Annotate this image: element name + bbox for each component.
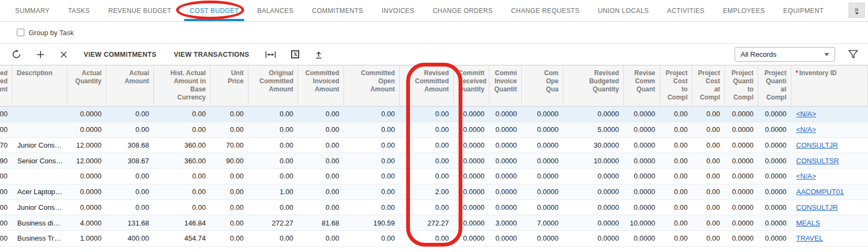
cell-revised-committed-quantity[interactable]: 0.0000 xyxy=(624,169,660,184)
cell-revised-committed-quantity[interactable]: 0.0000 xyxy=(624,200,660,215)
cell-revised-budgeted-quantity[interactable]: 0.0000 xyxy=(563,231,624,246)
cell-committed-invoiced-amount[interactable]: 0.00 xyxy=(298,122,344,137)
table-row[interactable]: 000.00000.000.000.000.000.000.000.000.00… xyxy=(0,169,868,184)
cell-revised-committed-amount[interactable]: 0.00 xyxy=(400,153,454,168)
cell-committed-received-quantity[interactable]: 0.0000 xyxy=(454,231,489,246)
tab-change-orders[interactable]: CHANGE ORDERS xyxy=(433,0,493,21)
cell-revised-budgeted-quantity[interactable]: 0.0000 xyxy=(563,169,624,184)
cell-unit-price[interactable]: 0.00 xyxy=(211,200,248,215)
cell-description[interactable]: Business di… xyxy=(12,215,68,230)
column-header-inventory-id[interactable]: *Inventory ID xyxy=(791,65,868,106)
cell-description[interactable] xyxy=(12,169,68,184)
cell-hist-actual-amount-in-base-currency[interactable]: 360.00 xyxy=(154,153,211,168)
cell-original-committed-amount[interactable]: 0.00 xyxy=(248,107,298,122)
cell-actual-quantity[interactable]: 0.0000 xyxy=(68,107,106,122)
cell-committed-invoiced-quantity[interactable]: 0.0000 xyxy=(489,200,522,215)
tab-activities[interactable]: ACTIVITIES xyxy=(667,0,704,21)
column-header-hist-actual-amount-in-base-currency[interactable]: Hist. Actual Amount in Base Currency xyxy=(154,65,211,106)
cell-hist-actual-amount-in-base-currency[interactable]: 360.00 xyxy=(154,138,211,153)
column-header-original-committed-amount[interactable]: Original Committed Amount xyxy=(248,65,298,106)
inventory-id-link[interactable]: CONSULTJR xyxy=(796,203,838,211)
records-filter-dropdown[interactable]: All Records xyxy=(735,47,835,62)
cell-hist-actual-amount-in-base-currency[interactable]: 0.00 xyxy=(154,200,211,215)
cell-project-quantity-to-complete[interactable]: 0.0000 xyxy=(725,184,758,200)
cell-hist-actual-amount-in-base-currency[interactable]: 0.00 xyxy=(154,184,211,200)
cell-revised-committed-amount[interactable]: 0.00 xyxy=(400,231,454,246)
tabs-overflow-button[interactable]: » xyxy=(849,3,865,18)
cell-project-cost-at-completion[interactable]: 0.00 xyxy=(692,231,725,246)
cell-actual-quantity[interactable]: 1.0000 xyxy=(68,231,106,246)
cell-description[interactable] xyxy=(12,122,68,137)
tab-change-requests[interactable]: CHANGE REQUESTS xyxy=(511,0,580,21)
cell-committed-invoiced-quantity[interactable]: 0.0000 xyxy=(489,231,522,246)
column-header-description[interactable]: Description xyxy=(12,65,68,106)
cell-actual-amount[interactable]: 0.00 xyxy=(106,107,154,122)
cell-committed-invoiced-quantity[interactable]: 3.0000 xyxy=(489,215,522,230)
cell-actual-amount[interactable]: 0.00 xyxy=(106,184,154,200)
cell-actual-quantity[interactable]: 12.0000 xyxy=(68,153,106,168)
cell-revised-committed-quantity[interactable]: 10.0000 xyxy=(624,215,660,230)
cell-description[interactable]: Senior Cons… xyxy=(12,153,68,168)
cell-description[interactable]: Business Tr… xyxy=(12,231,68,246)
column-header-committed-open-amount[interactable]: Committed Open Amount xyxy=(344,65,400,106)
cell-revised-committed-quantity[interactable]: 0.0000 xyxy=(624,107,660,122)
cell-committed-invoiced-quantity[interactable]: 0.0000 xyxy=(489,138,522,153)
cell-project-quantity-to-complete[interactable]: 0.0000 xyxy=(725,231,758,246)
cell-revised-budgeted-amount-clipped[interactable]: 00 xyxy=(0,184,12,200)
cell-committed-invoiced-amount[interactable]: 0.00 xyxy=(298,184,344,200)
inventory-id-link[interactable]: <N/A> xyxy=(796,110,816,118)
cell-revised-committed-quantity[interactable]: 0.0000 xyxy=(624,153,660,168)
cell-project-quantity-at-completion[interactable]: 0.0000 xyxy=(758,169,791,184)
cell-committed-open-amount[interactable]: 0.00 xyxy=(344,153,400,168)
cell-project-cost-at-completion[interactable]: 0.00 xyxy=(692,184,725,200)
cell-committed-open-amount[interactable]: 0.00 xyxy=(344,200,400,215)
cell-project-cost-to-complete[interactable]: 0.00 xyxy=(660,153,692,168)
cell-committed-invoiced-amount[interactable]: 0.00 xyxy=(298,231,344,246)
cell-inventory-id[interactable]: MEALS xyxy=(791,215,868,230)
cell-revised-committed-quantity[interactable]: 0.0000 xyxy=(624,184,660,200)
column-header-revised-budgeted-amount-clipped[interactable]: sed ted unt xyxy=(0,65,12,106)
cell-project-quantity-at-completion[interactable]: 0.0000 xyxy=(758,138,791,153)
cell-project-cost-at-completion[interactable]: 0.00 xyxy=(692,138,725,153)
cell-project-quantity-to-complete[interactable]: 0.0000 xyxy=(725,107,758,122)
cell-inventory-id[interactable]: <N/A> xyxy=(791,169,868,184)
cell-unit-price[interactable]: 0.00 xyxy=(211,169,248,184)
cell-actual-amount[interactable]: 308.68 xyxy=(106,138,154,153)
cell-project-cost-to-complete[interactable]: 0.00 xyxy=(660,231,692,246)
fit-width-button[interactable] xyxy=(258,47,284,63)
column-header-actual-quantity[interactable]: Actual Quantity xyxy=(68,65,106,106)
cell-project-quantity-at-completion[interactable]: 0.0000 xyxy=(758,231,791,246)
cell-hist-actual-amount-in-base-currency[interactable]: 0.00 xyxy=(154,122,211,137)
inventory-id-link[interactable]: CONSULTJR xyxy=(796,141,838,149)
cell-committed-open-quantity[interactable]: 0.0000 xyxy=(522,200,563,215)
view-transactions-button[interactable]: VIEW TRANSACTIONS xyxy=(165,47,258,63)
cell-committed-open-quantity[interactable]: 0.0000 xyxy=(522,122,563,137)
cell-revised-budgeted-amount-clipped[interactable]: 00 xyxy=(0,169,12,184)
delete-row-button[interactable] xyxy=(52,47,75,63)
cell-committed-invoiced-amount[interactable]: 81.68 xyxy=(298,215,344,230)
column-header-unit-price[interactable]: Unit Price xyxy=(211,65,248,106)
table-row[interactable]: 000.00000.000.000.000.000.000.000.000.00… xyxy=(0,122,868,138)
column-header-committed-invoiced-amount[interactable]: Committed Invoiced Amount xyxy=(298,65,344,106)
cell-project-quantity-at-completion[interactable]: 0.0000 xyxy=(758,107,791,122)
cell-project-quantity-at-completion[interactable]: 0.0000 xyxy=(758,153,791,168)
column-header-project-quantity-at-completion[interactable]: Project Quanti at Compl xyxy=(758,65,791,106)
cell-project-cost-at-completion[interactable]: 0.00 xyxy=(692,215,725,230)
table-row[interactable]: 00Business Tr…1.0000400.00454.740.000.00… xyxy=(0,231,868,247)
cell-unit-price[interactable]: 70.00 xyxy=(211,138,248,153)
cell-actual-quantity[interactable]: 4.0000 xyxy=(68,215,106,230)
cell-project-cost-to-complete[interactable]: 0.00 xyxy=(660,184,692,200)
upload-button[interactable] xyxy=(307,47,331,63)
cell-inventory-id[interactable]: CONSULTJR xyxy=(791,138,868,153)
cell-revised-budgeted-amount-clipped[interactable]: 00 xyxy=(0,200,12,215)
cell-revised-budgeted-quantity[interactable]: 0.0000 xyxy=(563,200,624,215)
cell-committed-open-amount[interactable]: 0.00 xyxy=(344,107,400,122)
cell-committed-open-amount[interactable]: 0.00 xyxy=(344,184,400,200)
tab-employees[interactable]: EMPLOYEES xyxy=(723,0,765,21)
cell-project-quantity-at-completion[interactable]: 0.0000 xyxy=(758,184,791,200)
cell-revised-committed-quantity[interactable]: 0.0000 xyxy=(624,138,660,153)
cell-project-cost-to-complete[interactable]: 0.00 xyxy=(660,169,692,184)
cell-actual-quantity[interactable]: 0.0000 xyxy=(68,200,106,215)
cell-actual-amount[interactable]: 0.00 xyxy=(106,122,154,137)
cell-revised-committed-amount[interactable]: 272.27 xyxy=(400,215,454,230)
